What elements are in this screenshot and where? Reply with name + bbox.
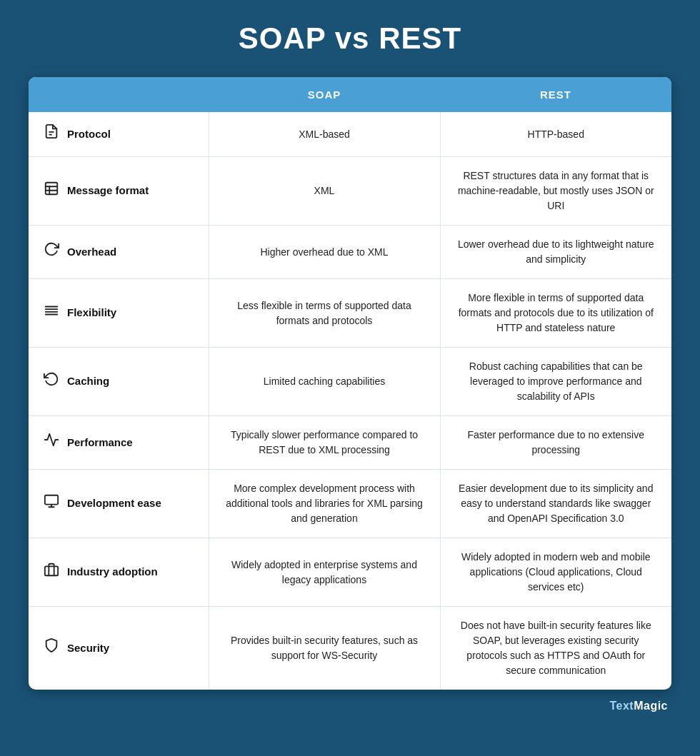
table-row: Security Provides built-in security feat…: [29, 607, 671, 690]
soap-cell-overhead: Higher overhead due to XML: [209, 226, 440, 279]
row-header-security: Security: [43, 637, 194, 659]
row-header-overhead: Overhead: [43, 241, 194, 263]
industry-icon: [43, 562, 60, 583]
rest-cell-industry-adoption: Widely adopted in modern web and mobile …: [440, 538, 671, 607]
row-label-message-format: Message format: [67, 183, 149, 199]
dev-ease-icon: [43, 493, 60, 515]
rest-cell-security: Does not have built-in security features…: [440, 607, 671, 690]
soap-cell-development-ease: More complex development process with ad…: [209, 470, 440, 538]
row-header-cell-caching: Caching: [29, 348, 209, 416]
table-row: Industry adoption Widely adopted in ente…: [29, 538, 671, 607]
row-label-industry-adoption: Industry adoption: [67, 564, 158, 580]
row-label-caching: Caching: [67, 373, 109, 390]
soap-cell-security: Provides built-in security features, suc…: [209, 607, 440, 690]
row-header-cell-overhead: Overhead: [29, 226, 209, 279]
row-header-protocol: Protocol: [43, 124, 194, 145]
svg-rect-10: [45, 495, 58, 504]
page-title: SOAP vs REST: [239, 21, 461, 56]
row-header-industry-adoption: Industry adoption: [43, 562, 194, 583]
rest-cell-caching: Robust caching capabilities that can be …: [440, 348, 671, 416]
document-icon: [43, 124, 60, 145]
row-header-caching: Caching: [43, 371, 194, 393]
comparison-table: SOAP REST Protocol XML-based HTTP-based …: [29, 77, 671, 690]
rest-cell-development-ease: Easier development due to its simplicity…: [440, 470, 671, 538]
soap-cell-message-format: XML: [209, 157, 440, 226]
col-header-rest: REST: [440, 77, 671, 112]
soap-cell-flexibility: Less flexible in terms of supported data…: [209, 279, 440, 348]
brand-text-magic: Magic: [634, 700, 668, 712]
table-row: Overhead Higher overhead due to XML Lowe…: [29, 226, 671, 279]
row-label-security: Security: [67, 640, 109, 657]
row-header-cell-protocol: Protocol: [29, 112, 209, 157]
row-header-message-format: Message format: [43, 181, 194, 202]
row-header-cell-performance: Performance: [29, 416, 209, 470]
col-header-feature: [29, 77, 209, 112]
soap-cell-industry-adoption: Widely adopted in enterprise systems and…: [209, 538, 440, 607]
rest-cell-flexibility: More flexible in terms of supported data…: [440, 279, 671, 348]
overhead-icon: [43, 241, 60, 263]
svg-rect-13: [45, 566, 58, 575]
row-header-flexibility: Flexibility: [43, 303, 194, 324]
row-label-development-ease: Development ease: [67, 495, 161, 512]
table-header-row: SOAP REST: [29, 77, 671, 112]
row-header-cell-security: Security: [29, 607, 209, 690]
table-row: Protocol XML-based HTTP-based: [29, 112, 671, 157]
col-header-soap: SOAP: [209, 77, 440, 112]
row-label-flexibility: Flexibility: [67, 305, 116, 321]
brand-text: Text: [609, 700, 634, 712]
rest-cell-overhead: Lower overhead due to its lightweight na…: [440, 226, 671, 279]
row-header-development-ease: Development ease: [43, 493, 194, 515]
rest-cell-protocol: HTTP-based: [440, 112, 671, 157]
table-row: Message format XML REST structures data …: [29, 157, 671, 226]
brand-label: TextMagic: [29, 700, 671, 712]
security-icon: [43, 637, 60, 659]
row-header-cell-message-format: Message format: [29, 157, 209, 226]
table-row: Development ease More complex developmen…: [29, 470, 671, 538]
soap-cell-performance: Typically slower performance compared to…: [209, 416, 440, 470]
row-label-protocol: Protocol: [67, 126, 111, 143]
row-header-cell-flexibility: Flexibility: [29, 279, 209, 348]
table-row: Caching Limited caching capabilities Rob…: [29, 348, 671, 416]
flexibility-icon: [43, 303, 60, 324]
rest-cell-message-format: REST structures data in any format that …: [440, 157, 671, 226]
caching-icon: [43, 371, 60, 393]
row-header-cell-industry-adoption: Industry adoption: [29, 538, 209, 607]
row-header-performance: Performance: [43, 432, 194, 453]
soap-cell-protocol: XML-based: [209, 112, 440, 157]
row-header-cell-development-ease: Development ease: [29, 470, 209, 538]
performance-icon: [43, 432, 60, 453]
row-label-overhead: Overhead: [67, 244, 116, 261]
message-icon: [43, 181, 60, 202]
row-label-performance: Performance: [67, 435, 133, 451]
soap-cell-caching: Limited caching capabilities: [209, 348, 440, 416]
svg-rect-2: [46, 182, 58, 194]
table-row: Flexibility Less flexible in terms of su…: [29, 279, 671, 348]
table-row: Performance Typically slower performance…: [29, 416, 671, 470]
rest-cell-performance: Faster performance due to no extensive p…: [440, 416, 671, 470]
